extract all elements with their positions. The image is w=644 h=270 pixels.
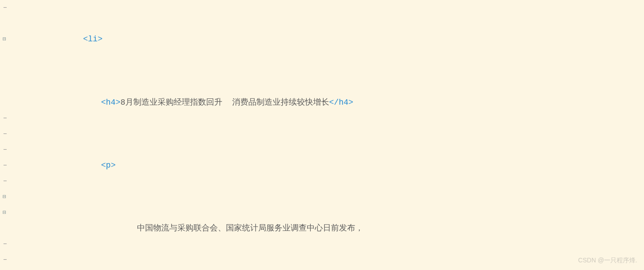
fold-line-icon: – (3, 127, 7, 141)
watermark: CSDN @一只程序烽. (578, 254, 637, 266)
fold-marker-icon[interactable]: ⊟ (3, 191, 6, 203)
code-line[interactable]: 中国物流与采购联合会、国家统计局服务业调查中心日前发布， (11, 221, 644, 236)
fold-marker-icon[interactable]: ⊟ (3, 207, 6, 218)
code-editor[interactable]: <li> <h4>8月制造业采购经理指数回升 消费品制造业持续较快增长</h4>… (9, 0, 644, 270)
fold-line-icon: – (3, 253, 7, 267)
fold-line-icon: – (3, 237, 7, 251)
code-line[interactable]: <li> (11, 31, 644, 47)
fold-line-icon: – (3, 159, 7, 173)
code-line[interactable]: <p> (11, 158, 644, 173)
fold-marker-icon[interactable]: ⊟ (3, 34, 6, 45)
fold-line-icon: – (3, 174, 7, 188)
fold-line-icon: – (3, 143, 7, 157)
fold-line-icon: – (3, 1, 7, 15)
fold-line-icon: – (3, 111, 7, 125)
editor-gutter: – ⊟ – – – – – ⊟ ⊟ – – (0, 0, 9, 270)
code-line[interactable]: <h4>8月制造业采购经理指数回升 消费品制造业持续较快增长</h4> (11, 95, 644, 111)
